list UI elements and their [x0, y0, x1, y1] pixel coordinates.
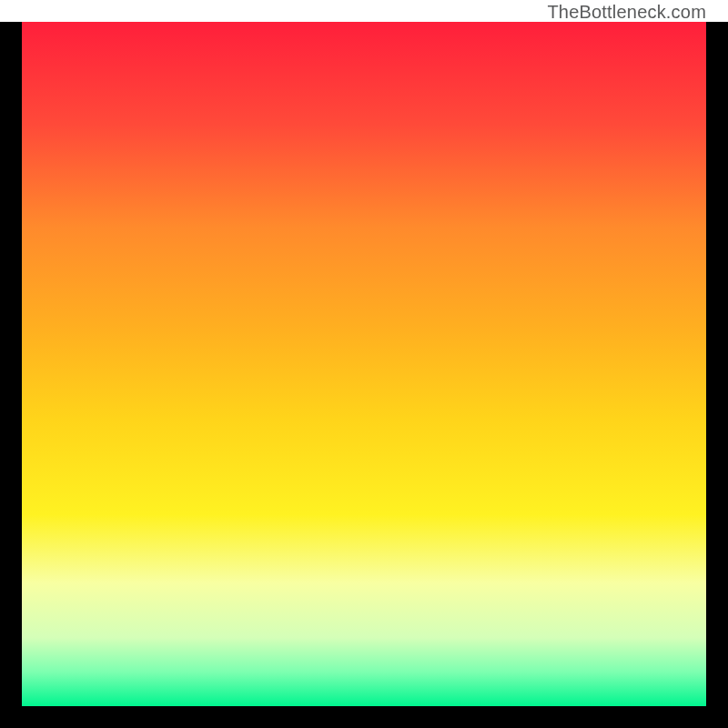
axis-frame-left [0, 0, 22, 728]
watermark-text: TheBottleneck.com [547, 2, 706, 23]
axis-frame-right [706, 0, 728, 728]
plot-area [22, 22, 706, 706]
gradient-background [22, 22, 706, 706]
axis-frame-bottom [0, 706, 728, 728]
chart-container: TheBottleneck.com [0, 0, 728, 728]
